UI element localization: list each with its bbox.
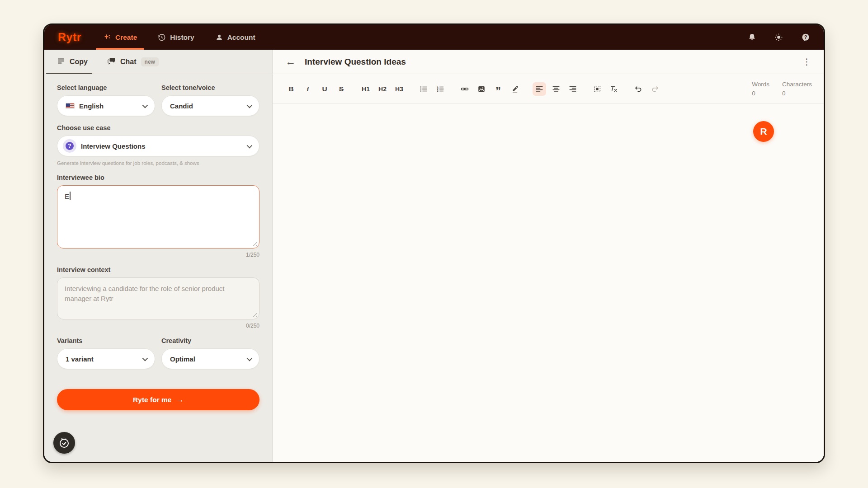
document-header: ← Interview Question Ideas ⋮ (273, 50, 824, 74)
svg-text:3: 3 (437, 89, 439, 92)
interview-context-input[interactable]: Interviewing a candidate for the role of… (57, 277, 259, 319)
notifications-bell-icon[interactable] (748, 33, 756, 42)
numbered-list-button[interactable]: 123 (434, 82, 447, 96)
context-placeholder: Interviewing a candidate for the role of… (65, 285, 225, 302)
context-label: Interview context (57, 266, 259, 273)
characters-value: 0 (782, 90, 812, 97)
bio-counter: 1/250 (57, 252, 259, 258)
bio-value: E (65, 192, 69, 200)
image-button[interactable] (475, 82, 488, 96)
words-value: 0 (752, 90, 769, 97)
person-icon (215, 33, 223, 42)
align-right-button[interactable] (566, 82, 580, 96)
creativity-label: Creativity (161, 337, 259, 344)
rytr-logo[interactable]: Rytr (58, 31, 81, 44)
chevron-down-icon (247, 142, 253, 148)
clock-check-icon (57, 436, 71, 450)
app-body: Copy Chat new Select languag (44, 50, 824, 462)
question-circle-icon: ? (63, 139, 76, 153)
use-case-helper: Generate interview questions for job rol… (57, 160, 259, 166)
rytr-avatar-badge[interactable]: R (753, 121, 774, 142)
arrow-right-icon: → (176, 396, 184, 404)
chat-bubble-icon (108, 57, 116, 67)
align-center-button[interactable] (549, 82, 563, 96)
bullet-list-button[interactable] (417, 82, 430, 96)
creativity-select[interactable]: Optimal (161, 348, 259, 369)
language-label: Select language (57, 84, 155, 91)
chevron-down-icon (142, 355, 148, 361)
chevron-down-icon (142, 102, 148, 108)
cta-label: Ryte for me (133, 396, 171, 404)
primary-nav: Create History (103, 25, 255, 50)
creativity-value: Optimal (170, 355, 195, 363)
tab-chat-label: Chat (120, 58, 137, 66)
sparkle-icon (103, 33, 111, 42)
ryte-for-me-button[interactable]: Ryte for me → (57, 389, 259, 410)
chevron-down-icon (247, 102, 253, 108)
navbar-actions: ? (748, 33, 810, 42)
link-button[interactable] (458, 82, 472, 96)
words-label: Words (752, 81, 769, 88)
heading2-button[interactable]: H2 (376, 82, 389, 96)
variants-value: 1 variant (66, 355, 94, 363)
undo-button[interactable] (632, 82, 645, 96)
resize-handle[interactable] (252, 241, 257, 246)
help-icon[interactable]: ? (801, 33, 810, 42)
nav-tab-create[interactable]: Create (103, 25, 137, 50)
variants-label: Variants (57, 337, 155, 344)
nav-tab-label: Account (227, 33, 255, 42)
lines-icon (57, 57, 65, 67)
tab-chat[interactable]: Chat new (108, 50, 159, 74)
language-value: English (79, 102, 104, 110)
strikethrough-button[interactable]: S (335, 82, 348, 96)
bold-button[interactable]: B (284, 82, 298, 96)
align-left-button[interactable] (533, 82, 546, 96)
use-case-select[interactable]: ? Interview Questions (57, 136, 259, 156)
formatting-toolbar: B i U S H1 H2 H3 123 (273, 74, 824, 104)
underline-button[interactable]: U (318, 82, 331, 96)
editor-panel: ← Interview Question Ideas ⋮ B i U S H1 … (273, 50, 824, 462)
blockquote-button[interactable]: ” (491, 82, 505, 96)
interviewee-bio-input[interactable]: E (57, 185, 259, 249)
heading3-button[interactable]: H3 (392, 82, 406, 96)
clear-format-button[interactable] (607, 82, 621, 96)
back-arrow-icon[interactable]: ← (285, 56, 296, 67)
theme-brightness-icon[interactable] (774, 33, 783, 42)
use-case-label: Choose use case (57, 124, 259, 131)
top-navbar: Rytr Create H (44, 25, 824, 50)
tab-copy-label: Copy (70, 58, 88, 66)
sidebar-tabs: Copy Chat new (44, 50, 272, 74)
desktop: { "icons": { "back_arrow": "←", "kebab":… (0, 0, 868, 488)
highlight-pen-button[interactable] (508, 82, 522, 96)
document-title: Interview Question Ideas (305, 57, 406, 67)
tab-copy[interactable]: Copy (57, 50, 88, 74)
nav-tab-label: Create (115, 33, 137, 42)
consent-widget-button[interactable] (53, 432, 75, 454)
redo-button[interactable] (648, 82, 662, 96)
tone-select[interactable]: Candid (161, 95, 259, 116)
heading1-button[interactable]: H1 (359, 82, 373, 96)
bio-label: Interviewee bio (57, 174, 259, 181)
history-clock-icon (158, 33, 166, 42)
left-sidebar: Copy Chat new Select languag (44, 50, 273, 462)
italic-button[interactable]: i (301, 82, 315, 96)
select-all-button[interactable] (590, 82, 604, 96)
variants-select[interactable]: 1 variant (57, 348, 155, 369)
svg-text:?: ? (804, 34, 807, 39)
resize-handle[interactable] (252, 312, 257, 317)
use-case-value: Interview Questions (81, 142, 146, 150)
language-select[interactable]: English (57, 95, 155, 116)
new-badge: new (141, 57, 159, 66)
nav-tab-label: History (170, 33, 194, 42)
generator-form: Select language English Select tone/voic… (44, 74, 272, 462)
tone-value: Candid (170, 102, 193, 110)
word-count-stats: Words 0 Characters 0 (752, 81, 812, 97)
text-caret (70, 192, 71, 200)
characters-label: Characters (782, 81, 812, 88)
context-counter: 0/250 (57, 323, 259, 329)
tone-label: Select tone/voice (161, 84, 259, 91)
document-editor-area[interactable]: R (273, 104, 824, 462)
nav-tab-account[interactable]: Account (215, 25, 255, 50)
more-options-icon[interactable]: ⋮ (802, 56, 811, 67)
nav-tab-history[interactable]: History (158, 25, 194, 50)
